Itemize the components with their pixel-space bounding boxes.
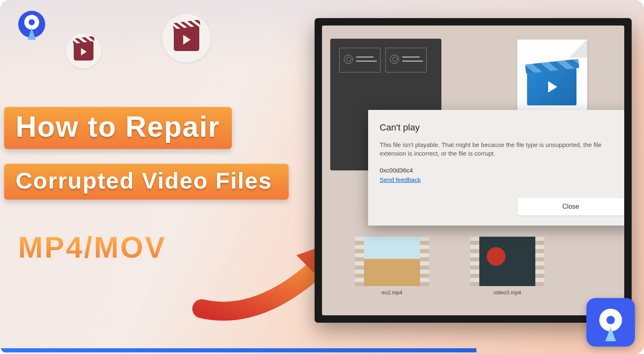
thumbnail-caption: eo2.mp4 xyxy=(355,289,429,296)
title-line-2: Corrupted Video Files xyxy=(4,164,289,200)
close-button[interactable]: Close xyxy=(517,198,624,216)
recoverit-logo-icon xyxy=(592,303,630,341)
svg-point-2 xyxy=(29,19,35,26)
brand-logo xyxy=(15,7,49,41)
title-line-1: How to Repair xyxy=(4,107,232,149)
dialog-message: This file isn't playable. That might be … xyxy=(380,140,624,158)
recoverit-logo-icon xyxy=(15,7,49,41)
thumbnail-caption: video3.mp4 xyxy=(470,289,544,296)
video-thumbnail[interactable]: video3.mp4 xyxy=(470,237,544,296)
monitor-frame: Can't play This file isn't playable. Tha… xyxy=(315,18,632,323)
video-thumbnail[interactable]: eo2.mp4 xyxy=(355,237,429,296)
dialog-title: Can't play xyxy=(380,122,624,133)
error-dialog: Can't play This file isn't playable. Tha… xyxy=(368,110,624,226)
screen-area: Can't play This file isn't playable. Tha… xyxy=(322,26,624,315)
formats-label: MP4/MOV xyxy=(18,231,166,264)
progress-bar[interactable] xyxy=(0,348,476,352)
contact-card xyxy=(385,48,427,72)
error-code: 0xc00d36c4 xyxy=(380,167,624,174)
video-clip-icon-large xyxy=(162,14,211,63)
svg-point-4 xyxy=(607,316,615,324)
send-feedback-link[interactable]: Send feedback xyxy=(380,176,421,183)
brand-badge xyxy=(586,298,635,347)
contact-card xyxy=(339,48,380,72)
thumbnail-canvas: How to Repair Corrupted Video Files MP4/… xyxy=(0,0,644,354)
video-clip-icon-small xyxy=(66,33,101,68)
clapper-icon xyxy=(74,41,93,61)
clapper-icon xyxy=(174,26,199,51)
